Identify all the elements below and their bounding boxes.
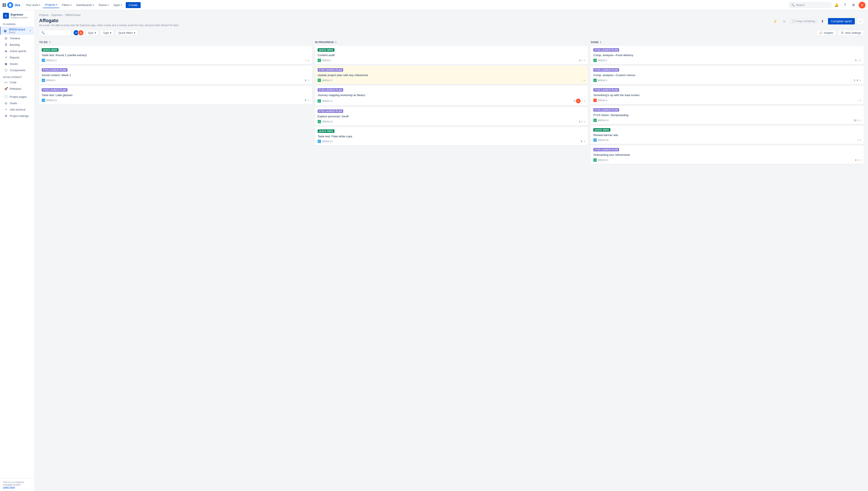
view-settings-icon: ☰ <box>841 31 844 34</box>
card-type-icon: ▪ <box>318 120 321 123</box>
lightning-button[interactable]: ⚡ <box>772 18 779 25</box>
card-menu-icon[interactable]: ≡ <box>584 140 585 143</box>
projects-menu[interactable]: Projects ▾ <box>43 2 59 8</box>
card-chevron-icon[interactable]: ▼ <box>304 79 307 82</box>
sidebar-item-add-shortcut[interactable]: + Add shortcut <box>1 107 34 112</box>
board-card[interactable]: FY23 LAUNCH PLAN Taste test: Latte glass… <box>39 86 312 104</box>
sidebar-item-project-settings[interactable]: ⚙ Project settings <box>1 113 34 119</box>
board-card[interactable]: QUICK WINS Content audit ▪ BREW-1 4 ≡ ≡ <box>315 46 588 64</box>
teams-menu[interactable]: Teams ▾ <box>97 2 111 8</box>
complete-sprint-button[interactable]: Complete sprint <box>828 18 855 24</box>
card-menu-icon[interactable]: ≡ <box>860 79 861 82</box>
card-menu-icon[interactable]: ≡ <box>860 158 861 162</box>
card-menu-icon[interactable]: ≡ <box>860 119 861 122</box>
app-logo[interactable]: Jira <box>3 2 20 8</box>
card-menu-icon[interactable]: ≡ <box>584 59 585 62</box>
filters-menu[interactable]: Filters ▾ <box>60 2 74 8</box>
sidebar-item-issues-label: Issues <box>10 62 18 65</box>
card-chevron-icon[interactable]: ▼ <box>580 140 583 143</box>
chevron-down-icon: ▾ <box>93 4 94 6</box>
more-options-button[interactable]: ··· <box>857 18 864 25</box>
quick-filters-dropdown[interactable]: Quick filters ▾ <box>116 30 138 36</box>
sidebar-item-releases[interactable]: 🚀 Releases <box>1 86 34 92</box>
card-title: Explore personas: Geoff <box>318 115 586 119</box>
breadcrumb-separator: / <box>63 13 64 17</box>
board-card[interactable]: QUICK WINS Taste test: Round 1 (vanilla … <box>39 46 312 64</box>
card-footer: ▪ BREW-2 5 ↑ ≡ <box>593 59 861 62</box>
card-label: FY23 LAUNCH PLAN <box>593 48 619 52</box>
sidebar-item-project-pages[interactable]: 📄 Project pages <box>1 94 34 100</box>
board-search-input[interactable] <box>46 31 69 34</box>
card-menu-icon[interactable]: ≡ <box>860 98 861 102</box>
settings-button[interactable]: ⚙ <box>850 2 857 8</box>
board-search-box[interactable]: 🔍 <box>39 30 71 36</box>
help-button[interactable]: ? <box>842 2 848 8</box>
board-card[interactable]: QUICK WINS Taste test: Flate white cups … <box>315 127 588 145</box>
card-footer: ▪ BREW-10 5 ≡ ≡ <box>318 120 586 123</box>
card-menu-icon[interactable]: ≡ <box>584 79 585 82</box>
sidebar-item-project-pages-label: Project pages <box>10 95 27 98</box>
search-box[interactable]: 🔍 Search <box>789 2 832 8</box>
sidebar-item-code[interactable]: </> Code <box>1 80 34 85</box>
insights-button[interactable]: 📈 Insights <box>816 30 836 36</box>
card-chevron-icon[interactable]: ▼ <box>304 99 307 102</box>
share-button[interactable]: ⬆ <box>819 18 826 25</box>
card-menu-icon[interactable]: ≡ <box>308 59 309 62</box>
board-card[interactable]: FY23 LAUNCH PLAN Social content: Week 1 … <box>39 66 312 84</box>
breadcrumb-projects[interactable]: Projects <box>39 13 48 17</box>
column-count: 5 <box>335 41 336 44</box>
grid-icon <box>3 3 6 7</box>
board-card[interactable]: FY23 LAUNCH PLAN Onboarding tour refinem… <box>591 146 864 164</box>
learn-more-link[interactable]: Learn more <box>3 486 15 488</box>
view-settings-button[interactable]: ☰ View settings <box>838 30 864 36</box>
card-type-icon: ▪ <box>42 79 45 82</box>
card-menu-icon[interactable]: ≡ <box>860 59 861 62</box>
card-chevron-icon[interactable]: ▼ <box>856 79 859 82</box>
board-card[interactable]: QUICK WINS Review banner ads ▪ BREW-20 ≡… <box>591 126 864 144</box>
card-menu-icon[interactable]: ≡ <box>584 120 585 123</box>
your-work-menu[interactable]: Your work ▾ <box>24 2 43 8</box>
board-card[interactable]: FY23 LAUNCH PLAN Update project plan wit… <box>315 66 588 84</box>
sidebar-item-active-sprints[interactable]: ◈ Active sprints <box>1 48 34 54</box>
chevron-down-icon: ▾ <box>71 4 72 6</box>
board-card[interactable]: FY23 LAUNCH PLAN Comp. analysis—Custom m… <box>591 66 864 84</box>
card-footer: ▪ BREW-1 4 ≡ ≡ <box>318 59 586 62</box>
breadcrumb-brew-board[interactable]: BREW board <box>65 13 80 17</box>
avatar-user2[interactable]: A <box>78 30 84 36</box>
board-card[interactable]: FY23 LAUNCH PLAN Explore personas: Geoff… <box>315 107 588 125</box>
type-dropdown[interactable]: Type ▾ <box>101 30 114 36</box>
apps-menu[interactable]: Apps ▾ <box>111 2 124 8</box>
board-card[interactable]: FY23 LAUNCH PLAN Comp. analysis—Food del… <box>591 46 864 64</box>
search-icon: 🔍 <box>41 31 45 34</box>
epic-dropdown[interactable]: Epic ▾ <box>86 30 99 36</box>
sidebar-item-brew-board[interactable]: ▦ BREW board Board ▾ <box>0 27 34 35</box>
sidebar-item-backlog[interactable]: ☰ Backlog <box>1 42 34 48</box>
board-card[interactable]: FY23 LAUNCH PLAN FY23 Vision: Storyboard… <box>591 106 864 124</box>
star-button[interactable]: ☆ <box>781 18 788 25</box>
card-menu-icon[interactable]: ≡ <box>584 99 585 103</box>
card-menu-icon[interactable]: ≡ <box>860 138 861 142</box>
sidebar-item-goals[interactable]: ◎ Goals <box>1 100 34 106</box>
sidebar-item-reports[interactable]: ↗ Reports <box>1 54 34 60</box>
card-footer-right: 10 ≡ ≡ <box>854 119 861 122</box>
chevron-down-icon: ▾ <box>30 30 31 32</box>
app-layout: E Espresso Software project PLANNING ▦ B… <box>0 10 868 491</box>
board-card[interactable]: FY23 LAUNCH PLAN Journey mapping worksho… <box>315 86 588 106</box>
notifications-button[interactable]: 🔔 <box>833 2 840 8</box>
column-count: 6 <box>600 41 601 44</box>
card-id: BREW-4 <box>598 99 607 102</box>
card-type-icon: ▪ <box>593 119 597 122</box>
card-type-icon: ▪ <box>593 59 597 62</box>
breadcrumb-espresso[interactable]: Espresso <box>52 13 62 17</box>
page-header: Affogato As a user, I'm able to jump ont… <box>39 18 864 27</box>
sidebar-item-timeline[interactable]: ⊟ Timeline <box>1 35 34 41</box>
create-button[interactable]: Create <box>126 2 141 8</box>
sidebar-item-components[interactable]: ⬡ Components <box>1 67 34 73</box>
card-label: FY23 LAUNCH PLAN <box>318 110 343 113</box>
card-menu-icon[interactable]: ≡ <box>308 98 309 102</box>
board-card[interactable]: FY23 LAUNCH PLAN Something's up with the… <box>591 86 864 104</box>
user-avatar[interactable]: U <box>859 2 865 8</box>
sidebar-item-issues[interactable]: ◉ Issues <box>1 61 34 67</box>
dashboards-menu[interactable]: Dashboards ▾ <box>74 2 96 8</box>
card-menu-icon[interactable]: ≡ <box>308 79 309 82</box>
